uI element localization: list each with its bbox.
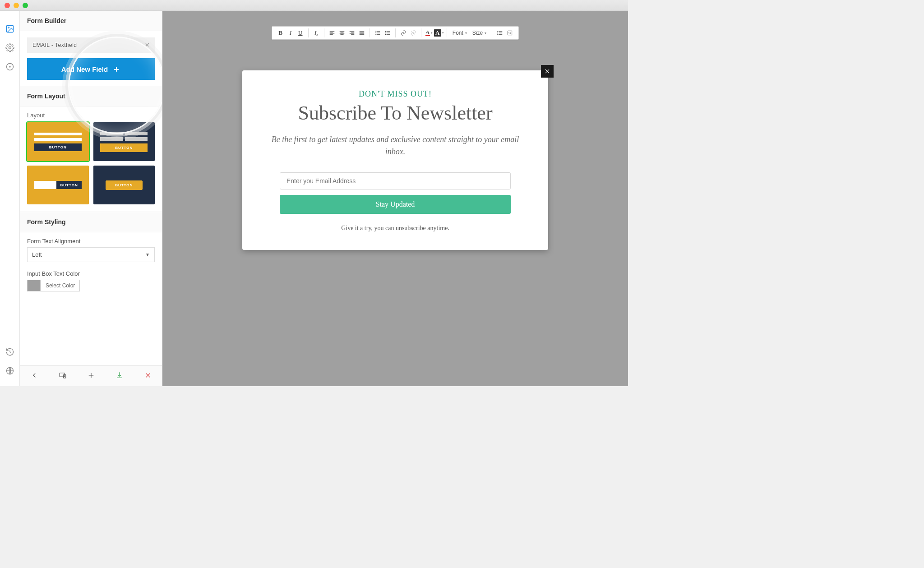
rte-align-left-button[interactable] [327,28,337,38]
rte-unlink-button[interactable] [408,28,418,38]
window-minimize-dot[interactable] [14,3,19,8]
rail-globe-icon[interactable] [5,366,14,377]
device-preview-icon[interactable] [59,371,67,381]
rte-text-color-button[interactable]: A▾ [424,28,434,38]
add-icon[interactable] [87,371,95,381]
field-chip-remove-icon[interactable]: ✕ [145,42,150,48]
rte-align-right-button[interactable] [347,28,357,38]
layout-option-2[interactable]: BUTTON [93,122,155,161]
rte-ordered-list-button[interactable]: 123 [373,28,383,38]
layout-thumb-button-text: BUTTON [34,143,82,151]
rte-code-view-button[interactable] [505,28,515,38]
layout-option-3[interactable]: BUTTON [27,166,89,204]
rte-size-dropdown[interactable]: Size▾ [470,30,489,36]
popup-eyebrow[interactable]: DON'T MISS OUT! [261,89,529,99]
rte-line-height-button[interactable] [495,28,505,38]
rte-align-justify-button[interactable] [357,28,367,38]
svg-point-11 [385,31,386,32]
rail-target-icon[interactable] [5,62,14,73]
color-swatch[interactable] [27,280,41,291]
rail-settings-icon[interactable] [5,43,14,54]
svg-point-4 [9,66,10,67]
svg-point-2 [9,47,11,49]
window-titlebar [0,0,628,11]
popup-submit-button[interactable]: Stay Updated [280,195,511,214]
field-chip-email[interactable]: EMAIL - Textfield ✕ [27,37,155,53]
layout-thumb-button-text: BUTTON [100,143,148,152]
back-icon[interactable] [30,371,38,381]
input-color-label: Input Box Text Color [20,265,162,280]
svg-point-1 [8,27,9,28]
layout-thumb-button-text: BUTTON [106,180,143,190]
rte-font-dropdown[interactable]: Font▾ [450,30,470,36]
save-download-icon[interactable] [116,371,124,381]
popup-preview: DON'T MISS OUT! Subscribe To Newsletter … [242,70,548,250]
rail-history-icon[interactable] [5,347,14,358]
rte-bold-button[interactable]: B [276,28,286,38]
rte-align-center-button[interactable] [337,28,347,38]
sidebar-bottom-toolbar [20,365,162,386]
popup-email-input[interactable] [280,172,511,189]
layout-thumb-button-text: BUTTON [56,181,81,189]
section-form-styling[interactable]: Form Styling [20,212,162,232]
window-close-dot[interactable] [5,3,10,8]
rte-unordered-list-button[interactable] [383,28,393,38]
rte-link-button[interactable] [398,28,408,38]
rte-italic-button[interactable]: I [286,28,296,38]
chevron-down-icon: ▼ [145,252,150,257]
rte-bg-color-button[interactable]: A▾ [434,28,444,38]
close-icon[interactable] [144,371,152,381]
popup-close-button[interactable] [541,65,554,78]
layout-option-1[interactable]: BUTTON [27,122,89,161]
layout-option-4[interactable]: BUTTON [93,166,155,204]
canvas: B I U Ix 123 [162,11,628,386]
plus-icon: ＋ [112,64,120,74]
add-new-field-button[interactable]: Add New Field ＋ [27,58,155,80]
text-alignment-label: Form Text Alignment [20,232,162,247]
text-alignment-value: Left [32,251,42,258]
svg-point-12 [385,32,386,33]
rte-clear-format-button[interactable]: Ix [311,28,321,38]
field-chip-label: EMAIL - Textfield [32,42,77,48]
text-alignment-select[interactable]: Left ▼ [27,247,155,262]
section-form-layout[interactable]: Form Layout [20,86,162,106]
section-form-builder[interactable]: Form Builder [20,11,162,31]
select-color-button[interactable]: Select Color [41,280,80,291]
rich-text-toolbar: B I U Ix 123 [272,26,519,40]
rail-image-icon[interactable] [5,24,14,35]
popup-footnote[interactable]: Give it a try, you can unsubscribe anyti… [261,225,529,232]
layout-label: Layout [20,106,162,122]
add-new-field-label: Add New Field [61,65,108,73]
sidebar: Form Builder EMAIL - Textfield ✕ Add New… [20,11,162,386]
svg-text:3: 3 [375,34,376,36]
tool-rail [0,11,20,386]
svg-point-13 [385,34,386,35]
window-zoom-dot[interactable] [23,3,28,8]
rte-underline-button[interactable]: U [296,28,305,38]
popup-title[interactable]: Subscribe To Newsletter [261,102,529,125]
popup-subtitle[interactable]: Be the first to get latest updates and e… [261,134,529,158]
